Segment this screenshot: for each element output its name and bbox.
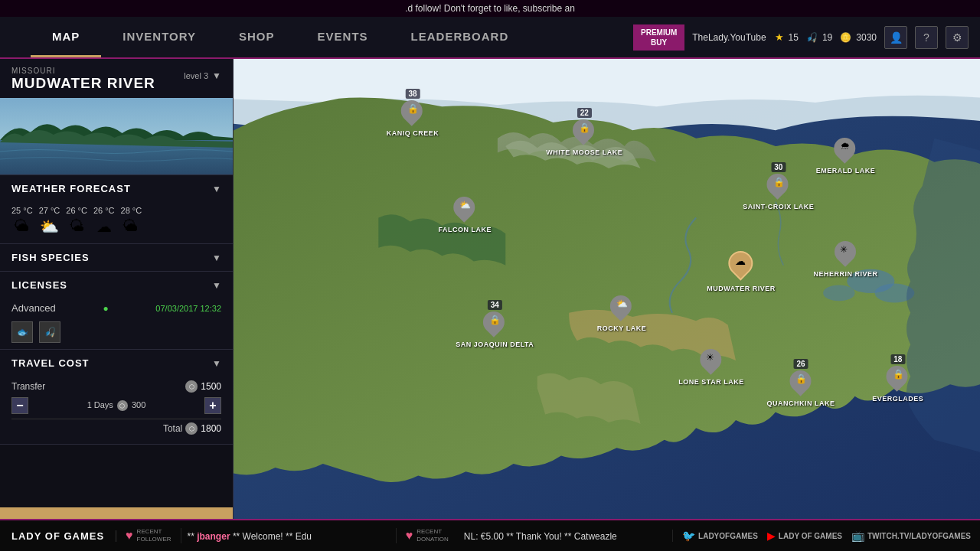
pin-falcon[interactable]: ⛅ FALCON LAKE <box>439 197 492 233</box>
transfer-label: Transfer <box>11 381 57 392</box>
pin-white-moose[interactable]: 22 🔒 WHITE MOOSE LAKE <box>546 108 622 156</box>
profile-button[interactable]: 👤 <box>884 26 907 49</box>
weather-section: WEATHER FORECAST ▼ 25 °C 🌥 27 °C ⛅ 26 °C… <box>0 175 233 244</box>
pin-marker-saint-croix: 🔒 <box>767 174 790 201</box>
license-icons: 🐟 🎣 <box>0 321 233 349</box>
pin-emerald[interactable]: 🌨 EMERALD LAKE <box>816 138 876 174</box>
license-icon-1: 🐟 <box>11 321 33 343</box>
total-row: Total ⬡ 1800 <box>11 419 221 435</box>
coin-count: 3030 <box>856 32 877 43</box>
pin-number-kaniq: 38 <box>405 89 420 99</box>
twitch-handle: TWITCH.TV/LADYOFGAMES <box>867 532 971 540</box>
weather-grid: 25 °C 🌥 27 °C ⛅ 26 °C 🌤 26 °C ☁ <box>0 202 233 243</box>
pin-saint-croix[interactable]: 30 🔒 SAINT-CROIX LAKE <box>743 162 814 210</box>
weather-title: WEATHER FORECAST <box>11 183 131 194</box>
pin-icon-neherrin: ✳ <box>840 244 848 255</box>
licenses-title: LICENSES <box>11 279 67 291</box>
weather-icon-5: 🌥 <box>123 217 139 235</box>
twitch-link[interactable]: 📺 TWITCH.TV/LADYOFGAMES <box>851 530 971 542</box>
pin-neherrin[interactable]: ✳ NEHERRIN RIVER <box>813 241 877 278</box>
map-pins-container: 38 🔒 KANIQ CREEK 22 🔒 WHITE MOOSE LAKE <box>234 59 980 551</box>
bottom-bar: LADY OF GAMES ♥ RECENTFOLLOWER ** jbange… <box>0 519 980 551</box>
fish-chevron: ▼ <box>212 253 221 263</box>
twitter-link[interactable]: 🐦 LADYOFGAMES <box>682 530 758 542</box>
premium-button[interactable]: PREMIUM BUY <box>633 24 684 51</box>
pin-marker-emerald: 🌨 <box>835 138 858 165</box>
pin-marker-white-moose: 🔒 <box>573 119 596 147</box>
star-count: 15 <box>789 32 799 43</box>
follower-label: RECENTFOLLOWER <box>137 528 172 543</box>
pin-label-mudwater: MUDWATER RIVER <box>707 285 775 292</box>
days-minus-button[interactable]: − <box>11 397 28 414</box>
pin-rocky[interactable]: ⛅ ROCKY LAKE <box>597 295 646 332</box>
tab-shop[interactable]: SHOP <box>217 17 296 57</box>
fish-header[interactable]: FISH SPECIES ▼ <box>0 244 233 271</box>
pin-label-san-joaquin: SAN JOAQUIN DELTA <box>456 341 534 348</box>
youtube-handle: LADY OF GAMES <box>779 532 842 540</box>
social-links: 🐦 LADYOFGAMES ▶ LADY OF GAMES 📺 TWITCH.T… <box>672 530 980 542</box>
twitter-handle: LADYOFGAMES <box>698 532 758 540</box>
pin-icon-lone-star: ☀ <box>706 352 714 363</box>
expand-icon: ▼ <box>212 70 221 81</box>
days-row: − 1 Days ⬡ 300 + <box>11 397 221 414</box>
tab-map[interactable]: MAP <box>31 17 101 57</box>
transfer-value: ⬡ 1500 <box>185 380 221 393</box>
nav-tabs: MAP INVENTORY SHOP EVENTS LEADERBOARD <box>31 17 530 57</box>
transfer-row: Transfer ⬡ 1500 <box>11 380 221 393</box>
licenses-header[interactable]: LICENSES ▼ <box>0 272 233 298</box>
travel-header[interactable]: TRAVEL COST ▼ <box>0 350 233 377</box>
weather-icon-4: ☁ <box>96 217 112 236</box>
help-button[interactable]: ? <box>915 26 938 49</box>
pin-lone-star[interactable]: ☀ LONE STAR LAKE <box>678 349 743 386</box>
weather-day-4: 26 °C ☁ <box>93 206 115 236</box>
pin-number-saint-croix: 30 <box>771 162 786 172</box>
fish-title: FISH SPECIES <box>11 252 90 263</box>
heart-icon-donation: ♥ <box>406 529 413 543</box>
location-header: MISSOURI MUDWATER RIVER level 3 ▼ <box>0 59 233 175</box>
licenses-chevron: ▼ <box>212 280 221 291</box>
tab-leaderboard[interactable]: LEADERBOARD <box>390 17 531 57</box>
weather-day-2: 27 °C ⛅ <box>39 206 60 236</box>
pin-marker-quanchkin: 🔒 <box>789 370 812 398</box>
pin-quanchkin[interactable]: 26 🔒 QUANCHKIN LAKE <box>767 359 835 407</box>
tab-inventory[interactable]: INVENTORY <box>101 17 217 57</box>
location-state: MISSOURI <box>11 67 155 75</box>
map-area[interactable]: 38 🔒 KANIQ CREEK 22 🔒 WHITE MOOSE LAKE <box>234 59 980 551</box>
pin-number-everglades: 18 <box>890 354 905 364</box>
pin-label-emerald: EMERALD LAKE <box>816 167 876 174</box>
weather-header[interactable]: WEATHER FORECAST ▼ <box>0 175 233 202</box>
days-label: 1 Days ⬡ 300 <box>87 400 146 412</box>
pin-marker-everglades: 🔒 <box>887 366 910 393</box>
tab-events[interactable]: EVENTS <box>296 17 390 57</box>
weather-icon-1: 🌥 <box>15 217 30 235</box>
pin-san-joaquin[interactable]: 34 🔒 SAN JOAQUIN DELTA <box>456 300 534 348</box>
pin-number-san-joaquin: 34 <box>488 300 502 310</box>
license-icon-2: 🎣 <box>39 321 60 343</box>
pin-kaniq[interactable]: 38 🔒 KANIQ CREEK <box>387 89 439 137</box>
license-type: Advanced <box>11 302 56 314</box>
pin-icon-rocky: ⛅ <box>616 298 628 309</box>
days-plus-button[interactable]: + <box>204 397 221 414</box>
pin-marker-lone-star: ☀ <box>700 349 723 377</box>
licenses-section: LICENSES ▼ Advanced ● 07/03/2017 12:32 🐟… <box>0 272 233 350</box>
twitch-icon: 📺 <box>851 530 864 542</box>
pin-icon-san-joaquin: 🔒 <box>489 315 501 325</box>
youtube-link[interactable]: ▶ LADY OF GAMES <box>767 530 842 542</box>
pin-marker-neherrin: ✳ <box>834 241 857 269</box>
pin-everglades[interactable]: 18 🔒 EVERGLADES <box>872 354 923 403</box>
user-info: TheLady.YouTube ★ 15 🎣 19 🪙 3030 <box>692 31 877 43</box>
pin-marker-san-joaquin: 🔒 <box>483 311 506 339</box>
settings-button[interactable]: ⚙ <box>946 26 969 49</box>
coin-symbol-2: ⬡ <box>117 400 128 411</box>
coin-symbol-3: ⬡ <box>185 422 198 435</box>
pin-icon-quanchkin: 🔒 <box>795 373 807 384</box>
bottom-ticker-left: ** jbanger ** Welcome! ** Edu <box>181 529 396 543</box>
pin-mudwater[interactable]: ☁ MUDWATER RIVER <box>707 251 775 292</box>
pin-number-quanchkin: 26 <box>793 359 808 369</box>
pin-label-falcon: FALCON LAKE <box>439 226 492 233</box>
pin-label-saint-croix: SAINT-CROIX LAKE <box>743 203 814 210</box>
pin-icon-mudwater: ☁ <box>735 255 746 267</box>
twitter-icon: 🐦 <box>682 530 695 542</box>
pin-icon-white-moose: 🔒 <box>579 122 590 133</box>
total-label: Total <box>163 423 182 434</box>
